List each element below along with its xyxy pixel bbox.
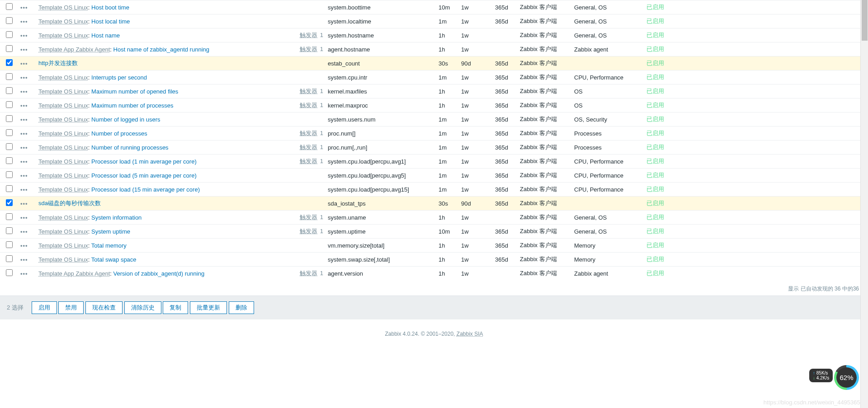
row-menu-icon[interactable]: ••• xyxy=(18,169,36,183)
trigger-link[interactable]: 触发器 xyxy=(300,144,317,150)
template-link[interactable]: Template OS Linux xyxy=(38,4,88,11)
trigger-link[interactable]: 触发器 xyxy=(300,32,317,38)
template-link[interactable]: Template OS Linux xyxy=(38,228,88,235)
template-link[interactable]: Template OS Linux xyxy=(38,88,88,95)
status-link[interactable]: 已启用 xyxy=(646,4,664,10)
row-menu-icon[interactable]: ••• xyxy=(18,113,36,127)
item-link[interactable]: Processor load (1 min average per core) xyxy=(91,158,197,165)
scrollbar[interactable] xyxy=(860,0,868,344)
template-link[interactable]: Template App Zabbix Agent xyxy=(38,46,110,53)
item-link[interactable]: Maximum number of opened files xyxy=(91,88,178,95)
item-link[interactable]: Version of zabbix_agent(d) running xyxy=(113,270,205,277)
row-menu-icon[interactable]: ••• xyxy=(18,155,36,169)
row-checkbox[interactable] xyxy=(6,17,13,24)
row-checkbox[interactable] xyxy=(6,3,13,10)
row-checkbox[interactable] xyxy=(6,227,13,234)
trigger-link[interactable]: 触发器 xyxy=(300,46,317,52)
row-menu-icon[interactable]: ••• xyxy=(18,197,36,211)
action-button[interactable]: 复制 xyxy=(163,301,188,314)
item-link[interactable]: System uptime xyxy=(91,228,130,235)
item-link[interactable]: System information xyxy=(91,214,142,221)
status-link[interactable]: 已启用 xyxy=(646,200,664,206)
row-checkbox[interactable] xyxy=(6,199,13,206)
template-link[interactable]: Template OS Linux xyxy=(38,116,88,123)
status-link[interactable]: 已启用 xyxy=(646,88,664,94)
status-link[interactable]: 已启用 xyxy=(646,214,664,220)
row-menu-icon[interactable]: ••• xyxy=(18,42,36,56)
row-checkbox[interactable] xyxy=(6,241,13,248)
zabbix-sia-link[interactable]: Zabbix SIA xyxy=(457,331,483,337)
item-link[interactable]: Host name xyxy=(91,32,120,39)
row-checkbox[interactable] xyxy=(6,73,13,80)
status-link[interactable]: 已启用 xyxy=(646,186,664,192)
row-checkbox[interactable] xyxy=(6,45,13,52)
template-link[interactable]: Template OS Linux xyxy=(38,102,88,109)
trigger-link[interactable]: 触发器 xyxy=(300,102,317,108)
status-link[interactable]: 已启用 xyxy=(646,60,664,66)
template-link[interactable]: Template OS Linux xyxy=(38,158,88,165)
status-link[interactable]: 已启用 xyxy=(646,32,664,38)
status-link[interactable]: 已启用 xyxy=(646,102,664,108)
row-checkbox[interactable] xyxy=(6,143,13,150)
template-link[interactable]: Template OS Linux xyxy=(38,172,88,179)
status-link[interactable]: 已启用 xyxy=(646,116,664,122)
action-button[interactable]: 禁用 xyxy=(58,301,84,314)
template-link[interactable]: Template OS Linux xyxy=(38,242,88,249)
item-link[interactable]: Host boot time xyxy=(91,4,129,11)
item-link[interactable]: Number of running processes xyxy=(91,144,169,151)
status-link[interactable]: 已启用 xyxy=(646,74,664,80)
item-link[interactable]: Maximum number of processes xyxy=(91,102,173,109)
status-link[interactable]: 已启用 xyxy=(646,242,664,249)
row-menu-icon[interactable]: ••• xyxy=(18,225,36,239)
status-link[interactable]: 已启用 xyxy=(646,228,664,234)
template-link[interactable]: Template OS Linux xyxy=(38,74,88,81)
row-checkbox[interactable] xyxy=(6,87,13,94)
status-link[interactable]: 已启用 xyxy=(646,144,664,150)
trigger-link[interactable]: 触发器 xyxy=(300,158,317,164)
status-link[interactable]: 已启用 xyxy=(646,18,664,24)
row-checkbox[interactable] xyxy=(6,59,13,66)
row-checkbox[interactable] xyxy=(6,171,13,178)
row-checkbox[interactable] xyxy=(6,255,13,262)
item-link[interactable]: Number of logged in users xyxy=(91,116,160,123)
template-link[interactable]: Template OS Linux xyxy=(38,130,88,137)
row-menu-icon[interactable]: ••• xyxy=(18,127,36,141)
item-link[interactable]: Interrupts per second xyxy=(91,74,147,81)
item-link[interactable]: Host name of zabbix_agentd running xyxy=(113,46,209,53)
template-link[interactable]: Template OS Linux xyxy=(38,214,88,221)
item-link[interactable]: http并发连接数 xyxy=(38,60,78,66)
trigger-link[interactable]: 触发器 xyxy=(300,130,317,136)
action-button[interactable]: 删除 xyxy=(229,301,254,314)
status-link[interactable]: 已启用 xyxy=(646,270,664,277)
row-menu-icon[interactable]: ••• xyxy=(18,98,36,113)
row-menu-icon[interactable]: ••• xyxy=(18,239,36,253)
row-checkbox[interactable] xyxy=(6,101,13,108)
row-menu-icon[interactable]: ••• xyxy=(18,267,36,281)
row-menu-icon[interactable]: ••• xyxy=(18,56,36,70)
template-link[interactable]: Template OS Linux xyxy=(38,256,88,263)
action-button[interactable]: 清除历史 xyxy=(124,301,161,314)
status-link[interactable]: 已启用 xyxy=(646,256,664,263)
trigger-link[interactable]: 触发器 xyxy=(300,228,317,234)
template-link[interactable]: Template OS Linux xyxy=(38,18,88,25)
item-link[interactable]: sda磁盘的每秒传输次数 xyxy=(38,200,101,206)
status-link[interactable]: 已启用 xyxy=(646,46,664,52)
row-menu-icon[interactable]: ••• xyxy=(18,0,36,14)
row-checkbox[interactable] xyxy=(6,31,13,38)
row-menu-icon[interactable]: ••• xyxy=(18,253,36,267)
item-link[interactable]: Number of processes xyxy=(91,130,147,137)
row-checkbox[interactable] xyxy=(6,157,13,164)
row-menu-icon[interactable]: ••• xyxy=(18,211,36,225)
row-checkbox[interactable] xyxy=(6,213,13,220)
row-checkbox[interactable] xyxy=(6,129,13,136)
status-link[interactable]: 已启用 xyxy=(646,172,664,178)
status-link[interactable]: 已启用 xyxy=(646,158,664,164)
row-checkbox[interactable] xyxy=(6,115,13,122)
row-menu-icon[interactable]: ••• xyxy=(18,28,36,42)
status-link[interactable]: 已启用 xyxy=(646,130,664,136)
row-menu-icon[interactable]: ••• xyxy=(18,141,36,155)
item-link[interactable]: Total swap space xyxy=(91,256,137,263)
row-menu-icon[interactable]: ••• xyxy=(18,70,36,84)
item-link[interactable]: Total memory xyxy=(91,242,127,249)
action-button[interactable]: 启用 xyxy=(32,301,57,314)
